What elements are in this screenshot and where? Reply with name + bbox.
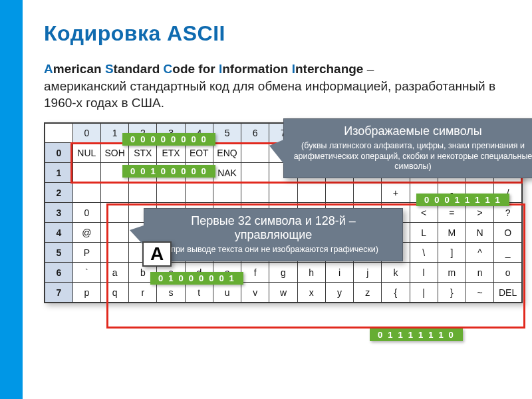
ascii-cell: [241, 143, 269, 163]
ascii-cell: x: [297, 283, 325, 303]
row-header: 2: [45, 183, 72, 203]
ascii-cell: {: [382, 283, 410, 303]
ascii-cell: +: [382, 183, 410, 203]
ascii-cell: [100, 203, 128, 223]
ascii-cell: [157, 183, 185, 203]
ascii-table-wrap: 0123456789ABCDEF 0NULSOHSTXETXEOTENQ1NAK…: [44, 122, 509, 303]
ascii-cell: [129, 183, 157, 203]
ascii-cell: [72, 183, 100, 203]
ascii-cell: a: [100, 263, 128, 283]
row-header: 5: [45, 243, 72, 263]
left-accent-bar: [0, 0, 23, 399]
subtitle-ru: американский стандартный код для обмена …: [44, 79, 495, 110]
ascii-cell: DEL: [494, 283, 522, 303]
col-header: [45, 123, 72, 143]
ascii-cell: m: [438, 263, 466, 283]
bits-00: 00000000: [122, 133, 215, 146]
ascii-cell: NAK: [213, 163, 241, 183]
ascii-cell: s: [157, 283, 185, 303]
slide-content: Кодировка ASCII American Standard Code f…: [44, 21, 509, 303]
ascii-cell: w: [269, 283, 297, 303]
ascii-cell: [241, 183, 269, 203]
ascii-cell: n: [466, 263, 494, 283]
bits-41: 01000001: [150, 272, 243, 285]
ascii-cell: o: [494, 263, 522, 283]
ascii-cell: NUL: [72, 143, 100, 163]
table-row: 7pqrstuvwxyz{|}~DEL: [45, 283, 522, 303]
ascii-cell: 0: [72, 203, 100, 223]
ascii-cell: SOH: [100, 143, 128, 163]
ascii-cell: [72, 163, 100, 183]
callout-control-sub: (при выводе текста они не изображаются г…: [151, 245, 396, 255]
letter-A-box: A: [142, 241, 172, 267]
ascii-cell: [325, 183, 353, 203]
ascii-cell: [354, 183, 382, 203]
bits-1f: 00011111: [416, 194, 509, 206]
ascii-cell: M: [438, 223, 466, 243]
ascii-cell: [213, 183, 241, 203]
ascii-cell: [100, 243, 128, 263]
row-header: 1: [45, 163, 72, 183]
ascii-cell: [185, 183, 213, 203]
callout-printable-sub: (буквы латинского алфавита, цифры, знаки…: [291, 141, 532, 172]
ascii-cell: P: [72, 243, 100, 263]
ascii-cell: k: [382, 263, 410, 283]
ascii-cell: \: [410, 243, 438, 263]
ascii-cell: [241, 163, 269, 183]
ascii-cell: j: [354, 263, 382, 283]
ascii-cell: O: [494, 223, 522, 243]
ascii-cell: u: [213, 283, 241, 303]
ascii-cell: ~: [466, 283, 494, 303]
callout-control: Первые 32 символа и 128-й – управляющие …: [144, 208, 403, 261]
ascii-cell: [100, 183, 128, 203]
ascii-cell: z: [354, 283, 382, 303]
ascii-cell: i: [325, 263, 353, 283]
row-header: 6: [45, 263, 72, 283]
ascii-cell: y: [325, 283, 353, 303]
col-header: 6: [241, 123, 269, 143]
row-header: 7: [45, 283, 72, 303]
callout-printable: Изображаемые символы (буквы латинского а…: [283, 118, 532, 178]
acronym-line: American Standard Code for Information I…: [44, 61, 509, 112]
ascii-cell: p: [72, 283, 100, 303]
ascii-cell: [100, 223, 128, 243]
col-header: 5: [213, 123, 241, 143]
ascii-cell: [269, 183, 297, 203]
ascii-cell: g: [269, 263, 297, 283]
ascii-cell: EOT: [185, 143, 213, 163]
row-header: 3: [45, 203, 72, 223]
row-header: 4: [45, 223, 72, 243]
page-title: Кодировка ASCII: [44, 21, 509, 46]
callout-printable-title: Изображаемые символы: [291, 124, 532, 138]
ascii-cell: STX: [129, 143, 157, 163]
callout-tail: [269, 139, 285, 166]
ascii-cell: l: [410, 263, 438, 283]
ascii-cell: L: [410, 223, 438, 243]
ascii-cell: r: [129, 283, 157, 303]
bits-7e: 01111110: [370, 329, 463, 341]
ascii-cell: v: [241, 283, 269, 303]
callout-control-title: Первые 32 символа и 128-й – управляющие: [151, 214, 396, 242]
ascii-cell: f: [241, 263, 269, 283]
row-header: 0: [45, 143, 72, 163]
ascii-cell: N: [466, 223, 494, 243]
ascii-cell: ENQ: [213, 143, 241, 163]
ascii-cell: |: [410, 283, 438, 303]
ascii-cell: }: [438, 283, 466, 303]
table-row: 6`abcdefghijklmno: [45, 263, 522, 283]
ascii-cell: [297, 183, 325, 203]
ascii-cell: t: [185, 283, 213, 303]
ascii-cell: q: [100, 283, 128, 303]
ascii-cell: ^: [466, 243, 494, 263]
ascii-cell: _: [494, 243, 522, 263]
ascii-cell: h: [297, 263, 325, 283]
ascii-cell: ]: [438, 243, 466, 263]
ascii-cell: `: [72, 263, 100, 283]
ascii-cell: @: [72, 223, 100, 243]
ascii-cell: ETX: [157, 143, 185, 163]
col-header: 0: [72, 123, 100, 143]
bits-20: 00100000: [122, 165, 215, 178]
